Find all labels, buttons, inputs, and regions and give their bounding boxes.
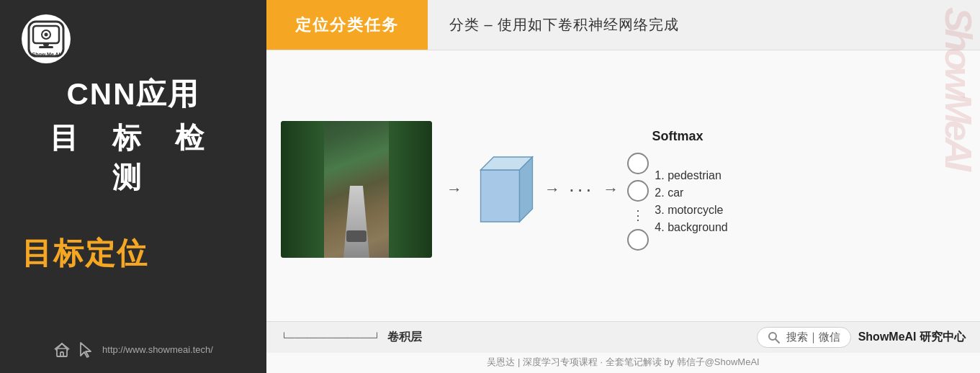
title-cnn: CNN应用 bbox=[67, 76, 200, 112]
svg-marker-9 bbox=[481, 170, 520, 222]
tab-active[interactable]: 定位分类任务 bbox=[266, 0, 428, 50]
footer-area: 吴恩达 | 深度学习专项课程 · 全套笔记解读 by 韩信子@ShowMeAI bbox=[266, 353, 980, 373]
main-content: → → ··· → Softmax bbox=[266, 50, 980, 321]
tree-right bbox=[389, 121, 432, 258]
cnn-box bbox=[471, 146, 536, 233]
road bbox=[335, 186, 378, 258]
forest-image bbox=[281, 121, 432, 258]
svg-line-13 bbox=[776, 339, 779, 343]
search-icon bbox=[768, 331, 781, 344]
conv-layer-label: 卷积层 bbox=[387, 330, 422, 345]
cursor-icon bbox=[78, 341, 95, 359]
bottom-bar: └─────────────┘ 卷积层 搜索｜微信 ShowMeAI 研究中心 bbox=[266, 321, 980, 353]
class-item-4: 4. background bbox=[655, 221, 727, 234]
title-locate: 目标定位 bbox=[22, 233, 148, 274]
softmax-section: Softmax ⋮ 1. pedestrian 2. car 3. motorc… bbox=[627, 129, 727, 251]
class-item-3: 3. motorcycle bbox=[655, 204, 727, 217]
svg-text:Show Me AI: Show Me AI bbox=[32, 52, 60, 57]
navigation-icon bbox=[53, 341, 71, 359]
ellipsis: ··· bbox=[569, 178, 594, 201]
tree-left bbox=[281, 121, 324, 258]
class-item-2: 2. car bbox=[655, 186, 727, 199]
arrow-3: → bbox=[603, 180, 619, 199]
title-detect: 目 标 检 测 bbox=[22, 118, 245, 197]
logo-area: Show Me AI bbox=[22, 14, 71, 63]
conv-label-area: └─────────────┘ 卷积层 bbox=[281, 330, 422, 345]
bottom-link[interactable]: http://www.showmeai.tech/ bbox=[53, 327, 213, 359]
right-panel: ShowMeAI 定位分类任务 分类 – 使用如下卷积神经网络完成 → bbox=[266, 0, 980, 373]
softmax-circle-2 bbox=[627, 180, 649, 202]
softmax-circle-1 bbox=[627, 153, 649, 174]
search-bar[interactable]: 搜索｜微信 bbox=[757, 327, 851, 348]
footer-text: 吴恩达 | 深度学习专项课程 · 全套笔记解读 by 韩信子@ShowMeAI bbox=[281, 353, 966, 373]
brand-text: ShowMeAI 研究中心 bbox=[858, 330, 966, 345]
softmax-circle-3 bbox=[627, 229, 649, 251]
top-bar: 定位分类任务 分类 – 使用如下卷积神经网络完成 bbox=[266, 0, 980, 50]
conv-brace: └─────────────┘ bbox=[281, 332, 380, 343]
cnn-box-svg bbox=[471, 146, 536, 233]
svg-rect-5 bbox=[39, 46, 53, 48]
logo-svg: Show Me AI bbox=[26, 19, 66, 59]
svg-point-3 bbox=[45, 33, 48, 37]
arrow-2: → bbox=[544, 180, 560, 199]
car bbox=[346, 230, 367, 242]
left-panel: Show Me AI CNN应用 目 标 检 测 目标定位 http://www… bbox=[0, 0, 266, 373]
search-text: 搜索｜微信 bbox=[786, 331, 840, 344]
softmax-circles: ⋮ bbox=[627, 153, 649, 251]
website-url: http://www.showmeai.tech/ bbox=[102, 344, 213, 355]
class-list: 1. pedestrian 2. car 3. motorcycle 4. ba… bbox=[655, 169, 727, 234]
arrow-1: → bbox=[446, 180, 462, 199]
cnn-diagram: → → ··· → Softmax bbox=[446, 129, 958, 251]
svg-rect-4 bbox=[43, 43, 49, 46]
logo-circle: Show Me AI bbox=[22, 14, 71, 63]
tab-description: 分类 – 使用如下卷积神经网络完成 bbox=[428, 0, 701, 50]
class-item-1: 1. pedestrian bbox=[655, 169, 727, 182]
vdots: ⋮ bbox=[627, 207, 649, 223]
svg-marker-8 bbox=[81, 343, 91, 357]
softmax-title: Softmax bbox=[652, 129, 703, 144]
